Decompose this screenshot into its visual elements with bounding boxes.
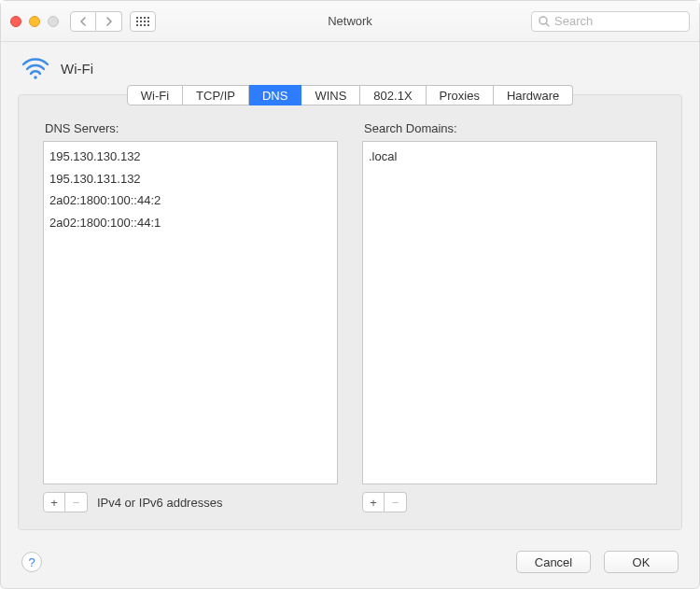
show-all-button[interactable] (130, 11, 156, 32)
zoom-window-button[interactable] (48, 16, 59, 27)
window-network-advanced: Network Wi-Fi Wi-Fi TCP/IP DNS WINS 802.… (0, 0, 700, 589)
dns-servers-column: DNS Servers: 195.130.130.132 195.130.131… (43, 116, 338, 512)
search-domains-column: Search Domains: .local + − (362, 116, 657, 512)
list-item[interactable]: 195.130.131.132 (49, 168, 331, 190)
remove-search-domain-button[interactable]: − (385, 492, 407, 512)
grid-icon (136, 17, 149, 26)
tab-wifi[interactable]: Wi-Fi (127, 85, 183, 105)
interface-name: Wi-Fi (61, 61, 93, 77)
traffic-lights (10, 16, 59, 27)
help-icon: ? (28, 555, 35, 569)
ok-button[interactable]: OK (604, 551, 679, 573)
svg-point-2 (34, 76, 37, 79)
tab-dns[interactable]: DNS (249, 85, 301, 105)
chevron-left-icon (79, 17, 87, 26)
list-item[interactable]: .local (369, 146, 651, 168)
back-button[interactable] (70, 11, 96, 32)
search-domains-label: Search Domains: (364, 121, 657, 135)
list-item[interactable]: 2a02:1800:100::44:1 (49, 212, 331, 234)
wifi-icon (21, 57, 49, 79)
cancel-button[interactable]: Cancel (516, 551, 591, 573)
footer: ? Cancel OK (1, 541, 699, 588)
remove-dns-server-button[interactable]: − (65, 492, 88, 512)
nav-buttons (70, 11, 122, 32)
add-dns-server-button[interactable]: + (43, 492, 65, 512)
tab-8021x[interactable]: 802.1X (360, 85, 426, 105)
titlebar: Network (1, 1, 699, 42)
list-item[interactable]: 2a02:1800:100::44:2 (49, 189, 331, 212)
dns-servers-hint: IPv4 or IPv6 addresses (97, 496, 222, 510)
dns-servers-list[interactable]: 195.130.130.132 195.130.131.132 2a02:180… (43, 141, 338, 484)
plus-icon: + (50, 496, 58, 510)
minus-icon: − (73, 496, 80, 510)
tabstrip: Wi-Fi TCP/IP DNS WINS 802.1X Proxies Har… (19, 85, 681, 105)
list-item[interactable]: 195.130.130.132 (49, 146, 331, 168)
plus-icon: + (370, 496, 377, 510)
search-input[interactable] (531, 11, 690, 32)
search-domains-list[interactable]: .local (362, 141, 657, 484)
forward-button[interactable] (96, 11, 122, 32)
minimize-window-button[interactable] (29, 16, 40, 27)
minus-icon: − (392, 496, 399, 510)
settings-pane: Wi-Fi TCP/IP DNS WINS 802.1X Proxies Har… (18, 94, 682, 530)
help-button[interactable]: ? (21, 552, 42, 572)
tab-tcpip[interactable]: TCP/IP (183, 85, 249, 105)
tab-proxies[interactable]: Proxies (427, 85, 494, 105)
chevron-right-icon (105, 17, 113, 26)
tab-wins[interactable]: WINS (301, 85, 360, 105)
close-window-button[interactable] (10, 16, 21, 27)
dns-servers-label: DNS Servers: (45, 121, 338, 135)
add-search-domain-button[interactable]: + (362, 492, 385, 512)
tab-hardware[interactable]: Hardware (494, 85, 573, 105)
